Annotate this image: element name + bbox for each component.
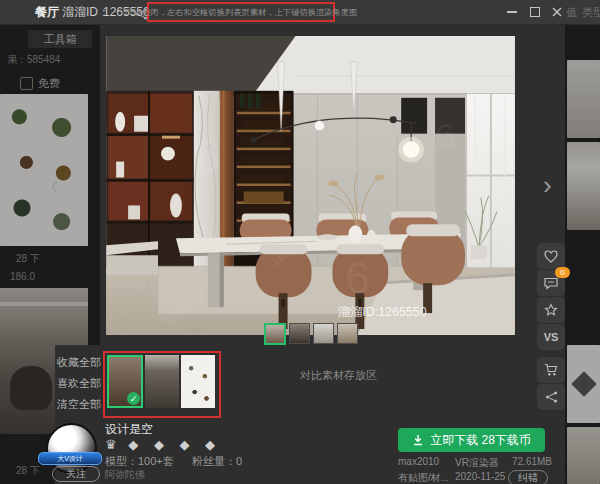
- models-count: 模型：100+套: [105, 454, 174, 469]
- diamond-rating-icons: ◆ ◆ ◆ ◆: [128, 437, 221, 452]
- designer-name: 设计是空: [105, 421, 153, 438]
- minimize-button[interactable]: [505, 6, 519, 18]
- designer-rating: ♛ ◆ ◆ ◆ ◆: [105, 437, 221, 452]
- site-watermark-glyph: 6: [196, 131, 220, 180]
- star-button[interactable]: [537, 297, 565, 323]
- comment-icon: [544, 277, 558, 290]
- cart-button[interactable]: [537, 357, 565, 383]
- dining-room-render: 6 6 6 3d66.com 3d66.com 溜溜ID:1265550: [106, 36, 515, 335]
- designer-badge: 大V设计: [38, 452, 102, 465]
- toolbox-button[interactable]: 工具箱: [28, 30, 92, 48]
- compare-item-selected[interactable]: ✓: [107, 355, 143, 408]
- free-checkbox-label: 免费: [38, 76, 60, 91]
- follow-button[interactable]: 关注: [52, 466, 100, 482]
- angle-thumbnail[interactable]: [313, 323, 334, 344]
- site-watermark-glyph: 6: [435, 116, 455, 156]
- heart-icon: [544, 250, 558, 263]
- compare-item[interactable]: [145, 355, 179, 408]
- background-thumbnail[interactable]: [567, 345, 600, 423]
- download-button[interactable]: 立即下载 28下载币: [398, 428, 545, 452]
- fans-count: 粉丝量：0: [192, 454, 242, 469]
- background-thumbnail[interactable]: [567, 60, 600, 138]
- thumbnail-art: [0, 302, 88, 306]
- compare-storage-box: ✓: [103, 351, 221, 418]
- compare-item[interactable]: [181, 355, 215, 408]
- material-thumbnail-plants[interactable]: [0, 94, 88, 246]
- crown-icon: ♛: [105, 437, 117, 452]
- bg-text-fragment: 类型: [582, 5, 600, 19]
- watermark-id-text: 溜溜ID:1265550: [337, 305, 426, 319]
- background-thumbnail[interactable]: [567, 142, 600, 230]
- angle-thumbnail[interactable]: [337, 323, 358, 344]
- angle-thumbnail-strip: [264, 323, 358, 345]
- keyboard-hint: ESC关闭，左右和空格切换列表页素材，上下键切换渲染角度图: [147, 2, 335, 22]
- angle-thumbnail-selected[interactable]: [264, 323, 286, 345]
- comment-count-badge: 0: [555, 267, 570, 278]
- app-window: 工具箱 果：585484 免费 28 下 186.0 28 下 餐厅 溜溜ID：…: [0, 0, 600, 484]
- thumbnail-art: [10, 366, 52, 410]
- bg-list-meta: 186.0: [10, 271, 35, 282]
- favorite-button[interactable]: [537, 243, 565, 269]
- clear-all-button[interactable]: 清空全部: [57, 397, 101, 412]
- download-button-label: 立即下载 28下载币: [430, 432, 531, 449]
- collect-all-button[interactable]: 收藏全部: [57, 355, 101, 370]
- date-value: 2020-11-25: [455, 471, 505, 482]
- bg-list-meta: 28 下: [16, 252, 40, 266]
- maximize-button[interactable]: [528, 6, 542, 18]
- angle-thumbnail[interactable]: [289, 323, 310, 344]
- share-button[interactable]: [537, 384, 565, 410]
- designer-signature: 阿弥陀佛: [105, 468, 145, 482]
- share-icon: [545, 391, 558, 403]
- background-thumbnail[interactable]: [567, 427, 600, 484]
- filesize-value: 72.61MB: [512, 456, 552, 467]
- like-all-button[interactable]: 喜欢全部: [57, 376, 101, 391]
- renderer-value: VR渲染器: [455, 456, 499, 470]
- storage-area-label: 对比素材存放区: [300, 368, 377, 383]
- star-icon: [544, 303, 558, 317]
- compare-vs-button[interactable]: VS: [537, 324, 565, 350]
- report-error-button[interactable]: 纠错: [508, 470, 548, 484]
- maps-value: 有贴图/材...: [398, 471, 449, 484]
- render-preview: 6 6 6 3d66.com 3d66.com 溜溜ID:1265550: [106, 36, 515, 335]
- next-button[interactable]: ›: [543, 172, 552, 198]
- previous-button[interactable]: ‹: [50, 172, 59, 198]
- results-count: 果：585484: [7, 53, 60, 67]
- free-checkbox[interactable]: [20, 77, 33, 90]
- close-button[interactable]: [550, 6, 564, 18]
- download-icon: [412, 434, 424, 446]
- site-watermark-glyph: 6: [345, 253, 369, 302]
- thumbnail-art: [571, 371, 596, 396]
- titlebar: 餐厅 溜溜ID： 1265550 ESC关闭，左右和空格切换列表页素材，上下键切…: [0, 0, 600, 25]
- bg-text-fragment: 值: [566, 5, 577, 19]
- cart-icon: [544, 363, 558, 377]
- background-results-column: [565, 24, 600, 484]
- compare-selected-badge: ✓: [127, 392, 140, 405]
- format-value: max2010: [398, 456, 439, 467]
- page-title: 餐厅: [35, 5, 59, 19]
- bg-list-meta: 28 下: [16, 464, 40, 478]
